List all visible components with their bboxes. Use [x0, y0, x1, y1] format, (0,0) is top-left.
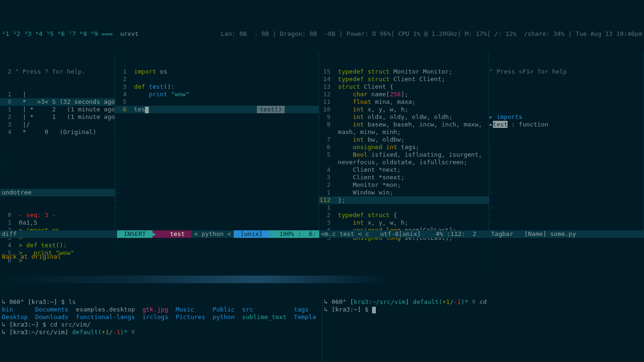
- undotree-pane[interactable]: 2" Press ? for help. 1 | 0 * >3< S (32 s…: [0, 53, 115, 238]
- c-buffer[interactable]: 15 typedef struct Monitor Monitor;14 typ…: [319, 53, 489, 238]
- terminal-line[interactable]: ↳ [kra3:~] $ cd src/vim/: [2, 321, 320, 328]
- autocomplete-popup[interactable]: test(): [257, 106, 285, 113]
- code-line[interactable]: 6 unsigned int tags;: [319, 143, 489, 151]
- terminal-right[interactable]: ↳ 060° [kra3:~/src/vim] default(+1/-1)* …: [322, 298, 644, 362]
- top-status-bar: ¹1 ²2 ³3 ⁴4 ⁵5 ⁶6 ⁷7 ⁸8 ⁹9 === urxvt Lan…: [0, 30, 644, 38]
- c-statusline: <m.c test < c utf-8[unix] 4% :112: 2: [319, 230, 489, 238]
- tagbar-item[interactable]: ▸ imports: [489, 113, 644, 121]
- undotree-header: undotree: [0, 189, 115, 196]
- code-line[interactable]: 9 int oldx, oldy, oldw, oldh;: [319, 113, 489, 121]
- diff-line: 6 >: [0, 257, 115, 264]
- code-line[interactable]: 10 int x, y, w, h;: [319, 106, 489, 113]
- undotree-row[interactable]: 1 |: [0, 91, 115, 98]
- code-line[interactable]: 2: [115, 76, 319, 83]
- undotree-row[interactable]: 4 * 0 (Original): [0, 128, 115, 136]
- undotree-row[interactable]: 1 | * 2 (1 minute ago: [0, 106, 115, 113]
- code-line[interactable]: 11 float mina, maxa;: [319, 98, 489, 106]
- code-line[interactable]: 112 };: [319, 196, 489, 204]
- tagbar-help: " Press <F1> for help: [489, 68, 644, 76]
- code-line[interactable]: 4 print "wow": [115, 91, 319, 98]
- code-line[interactable]: 14 typedef struct Client Client;: [319, 76, 489, 83]
- code-line[interactable]: 3 int x, y, w, h;: [319, 219, 489, 227]
- system-stats: Lan: 0B - 0B | Dragon: 0B -0B | Power: D…: [217, 30, 642, 38]
- diff-line: 0 - seq: 3 -: [0, 211, 115, 219]
- code-line[interactable]: neverfocus, oldstate, isfullscreen;: [319, 159, 489, 166]
- code-line[interactable]: 8 int basew, baseh, incw, inch, maxw,: [319, 121, 489, 128]
- undotree-row[interactable]: 3 |/: [0, 121, 115, 128]
- diff-line: 1 0a1,5: [0, 219, 115, 227]
- code-line[interactable]: 13 struct Client {: [319, 83, 489, 91]
- code-line[interactable]: 5 Bool isfixed, isfloating, isurgent,: [319, 151, 489, 159]
- undotree-row[interactable]: 0 * >3< S (32 seconds ago: [0, 98, 115, 106]
- code-line[interactable]: 3 Client *snext;: [319, 174, 489, 181]
- python-statusline: INSERT ▶ test < python < [unix] ◀ 100% :…: [115, 230, 319, 238]
- terminal-line[interactable]: ↳ [kra3:~] $: [324, 306, 643, 313]
- tagbar-item[interactable]: ▸test : function: [489, 121, 644, 128]
- code-line[interactable]: 1 import os: [115, 68, 319, 76]
- code-line[interactable]: 2 typedef struct {: [319, 211, 489, 219]
- terminal-line[interactable]: ↳ 060° [kra3:~/src/vim] default(+1/-1)* …: [324, 298, 643, 306]
- undotree-status: diff: [0, 230, 115, 238]
- terminal-line[interactable]: ↳ [kra3:~/src/vim] default(+1/-1)* ¥: [2, 328, 320, 336]
- code-line[interactable]: 4 Client *next;: [319, 166, 489, 174]
- code-line[interactable]: 5: [115, 98, 319, 106]
- code-line[interactable]: maxh, minw, minh;: [319, 128, 489, 136]
- code-line[interactable]: 7 int bw, oldbw;: [319, 136, 489, 143]
- undotree-row[interactable]: 2 | * 1 (1 minute ago: [0, 113, 115, 121]
- code-line[interactable]: 1 Window win;: [319, 189, 489, 196]
- code-line[interactable]: 12 char name[256];: [319, 91, 489, 98]
- workspace-tags[interactable]: ¹1 ²2 ³3 ⁴4 ⁵5 ⁶6 ⁷7 ⁸8 ⁹9 === urxvt: [2, 30, 139, 38]
- python-buffer[interactable]: 1 import os2 3 def test():4 print "wow"5…: [115, 53, 319, 238]
- code-line[interactable]: 2 Monitor *mon;: [319, 181, 489, 189]
- tagbar-pane[interactable]: " Press <F1> for help ▸ imports▸test : f…: [489, 53, 644, 238]
- diff-line: 5 > print "wow": [0, 249, 115, 257]
- code-line[interactable]: 1: [319, 204, 489, 211]
- undotree-help: 2" Press ? for help.: [0, 68, 115, 76]
- code-line[interactable]: 6 tes: [115, 106, 319, 113]
- code-line[interactable]: 3 def test():: [115, 83, 319, 91]
- code-line[interactable]: 15 typedef struct Monitor Monitor;: [319, 68, 489, 76]
- diff-line: 4 > def test():: [0, 242, 115, 249]
- tagbar-statusline: Tagbar [Name] some.py: [489, 230, 644, 238]
